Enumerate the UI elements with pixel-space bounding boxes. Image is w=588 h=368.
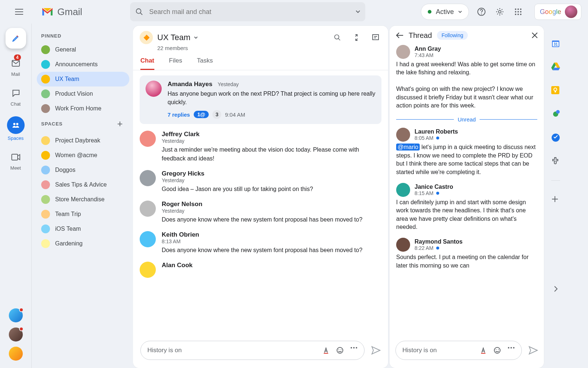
svg-point-30 xyxy=(513,347,514,348)
space-icon xyxy=(41,89,50,98)
send-button[interactable] xyxy=(371,346,381,355)
keep-app[interactable] xyxy=(551,86,560,95)
drive-app[interactable] xyxy=(551,63,560,71)
caret-down-icon[interactable] xyxy=(194,36,198,39)
emoji-icon[interactable] xyxy=(494,347,501,354)
message[interactable]: Keith Obrien8:13 AMDoes anyone know wher… xyxy=(140,231,381,254)
svg-point-28 xyxy=(508,347,509,348)
send-button[interactable] xyxy=(528,346,538,355)
svg-point-11 xyxy=(517,14,519,15)
space-avatar: 🔶 xyxy=(140,31,153,44)
open-thread-button[interactable] xyxy=(370,32,381,43)
replies-link[interactable]: 7 replies xyxy=(168,112,190,118)
svg-point-9 xyxy=(520,11,521,13)
addons-button[interactable] xyxy=(551,157,560,166)
more-icon[interactable] xyxy=(508,347,515,349)
sidebar-item-general[interactable]: General xyxy=(37,42,129,57)
sidebar-item-sales-tips-advice[interactable]: Sales Tips & Advice xyxy=(37,177,129,192)
sidebar-item-work-from-home[interactable]: Work From Home xyxy=(37,101,129,116)
collapse-right-icon[interactable] xyxy=(553,285,558,293)
thread-message[interactable]: Lauren Roberts8:05 AM @mario let's jump … xyxy=(396,128,537,176)
compose-input[interactable]: History is on xyxy=(140,341,365,360)
sidebar-item-gardening[interactable]: Gardening xyxy=(37,236,129,251)
tab-chat[interactable]: Chat xyxy=(140,57,154,70)
space-icon xyxy=(41,210,50,219)
message[interactable]: Roger NelsonYesterdayDoes anyone know wh… xyxy=(140,201,381,224)
avatar xyxy=(396,183,410,197)
thread-summary-card[interactable]: Amanda Hayes Yesteday Has anyone begun w… xyxy=(140,75,381,124)
meet-icon xyxy=(11,154,20,160)
svg-point-7 xyxy=(515,11,516,13)
tab-files[interactable]: Files xyxy=(169,57,182,70)
tasks-app[interactable] xyxy=(551,110,560,118)
svg-point-20 xyxy=(338,349,339,350)
pencil-icon xyxy=(11,34,20,43)
sidebar-item-store-merchandise[interactable]: Store Merchandise xyxy=(37,192,129,207)
search-icon xyxy=(135,8,143,16)
following-chip[interactable]: Following xyxy=(437,31,467,40)
sidebar-item-ux-team[interactable]: UX Team xyxy=(37,72,129,86)
svg-rect-34 xyxy=(551,86,559,94)
sidebar-item-announcements[interactable]: Announcements xyxy=(37,57,129,72)
thread-compose-input[interactable]: History is on xyxy=(395,341,522,360)
mention-chip[interactable]: @mario xyxy=(396,144,420,151)
sidebar-item-team-trip[interactable]: Team Trip xyxy=(37,207,129,222)
help-button[interactable] xyxy=(476,7,487,17)
dm-shortcut-1[interactable] xyxy=(9,308,23,322)
compose-button[interactable] xyxy=(6,28,26,49)
svg-text:31: 31 xyxy=(553,42,558,46)
format-icon[interactable] xyxy=(322,347,330,354)
search-input[interactable] xyxy=(148,8,356,16)
tab-tasks[interactable]: Tasks xyxy=(197,57,213,70)
space-icon xyxy=(41,239,50,248)
dm-shortcut-2[interactable] xyxy=(9,328,23,342)
sidebar-item-women-acme[interactable]: Women @acme xyxy=(37,148,129,163)
sidebar-item-project-daybreak[interactable]: Project Daybreak xyxy=(37,133,129,148)
unread-dot-icon xyxy=(436,137,439,139)
thread-icon xyxy=(372,34,379,41)
close-button[interactable] xyxy=(531,32,538,39)
space-icon xyxy=(41,166,50,174)
format-icon[interactable] xyxy=(480,347,487,354)
svg-point-6 xyxy=(520,8,521,10)
svg-point-12 xyxy=(520,14,521,15)
apps-button[interactable] xyxy=(513,7,523,17)
svg-point-2 xyxy=(481,14,482,14)
search-icon xyxy=(334,34,341,41)
section-pinned: PINNED xyxy=(37,31,129,42)
user-avatar[interactable] xyxy=(565,6,577,18)
message[interactable]: Jeffrey ClarkYesterdayJust a reminder we… xyxy=(140,131,381,162)
search-in-space-button[interactable] xyxy=(332,32,343,43)
thread-message[interactable]: Raymond Santos8:22 AM Sounds perfect. I … xyxy=(396,238,537,270)
main-menu-button[interactable] xyxy=(12,4,26,19)
rail-meet[interactable]: Meet xyxy=(9,151,22,171)
sidebar-item-doggos[interactable]: Doggos xyxy=(37,163,129,177)
thread-message[interactable]: Janice Castro8:15 AM I can definitely ju… xyxy=(396,183,537,231)
calendar-app[interactable]: 31 xyxy=(551,39,560,48)
dm-shortcut-3[interactable] xyxy=(9,347,23,361)
search-bar[interactable] xyxy=(130,2,365,21)
sidebar-item-product-vision[interactable]: Product Vision xyxy=(37,86,129,101)
add-space-button[interactable]: + xyxy=(117,118,125,130)
avatar xyxy=(140,201,156,217)
status-pill[interactable]: Active xyxy=(421,4,469,20)
collapse-button[interactable] xyxy=(351,32,362,43)
rail-mail[interactable]: 4 Mail xyxy=(9,57,22,77)
rail-chat[interactable]: Chat xyxy=(9,86,22,107)
emoji-icon[interactable] xyxy=(336,347,344,354)
chat-panel: 🔶 UX Team 22 members C xyxy=(133,26,388,368)
rail-spaces[interactable]: Spaces xyxy=(7,116,25,141)
get-addons-button[interactable] xyxy=(551,195,560,204)
message[interactable]: Gregory HicksYesterdayGood idea – Jason … xyxy=(140,170,381,193)
space-icon xyxy=(41,60,50,69)
contacts-app[interactable] xyxy=(551,133,560,142)
sidebar-item-ios-team[interactable]: iOS Team xyxy=(37,222,129,236)
back-button[interactable] xyxy=(395,32,404,39)
thread-message[interactable]: Ann Gray7:43 AM I had a great weekend! W… xyxy=(396,45,537,110)
account-switcher[interactable]: Google xyxy=(534,4,581,20)
caret-down-icon[interactable] xyxy=(356,10,360,13)
message[interactable]: Alan Cook xyxy=(140,262,381,278)
mention-pill: 1@ xyxy=(194,111,209,118)
settings-button[interactable] xyxy=(495,7,505,17)
more-icon[interactable] xyxy=(350,347,358,349)
